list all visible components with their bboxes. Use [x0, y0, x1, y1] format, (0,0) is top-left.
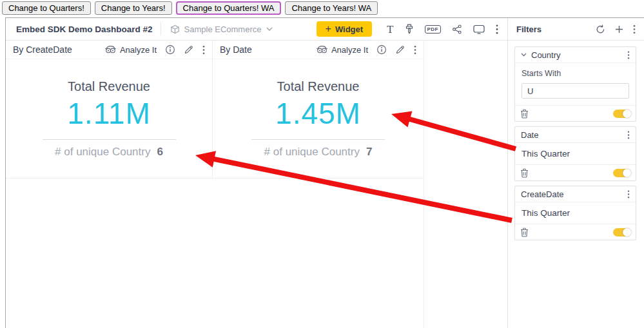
change-to-quarters-wa-button[interactable]: Change to Quarters! WA — [176, 1, 282, 15]
filter-name: Country — [531, 50, 561, 60]
delete-filter-trash-icon[interactable] — [520, 227, 529, 237]
toggle-knob — [623, 228, 631, 236]
filter-card-date: Date This Quarter — [514, 126, 636, 181]
filter-card-createdate: CreateDate This Quarter — [514, 186, 636, 240]
chevron-down-icon — [266, 27, 273, 31]
filter-body: Starts With — [515, 63, 636, 105]
dashboard-title: Embed SDK Demo Dashboard #2 — [16, 24, 153, 34]
add-widget-label: Widget — [335, 24, 363, 34]
delete-filter-trash-icon[interactable] — [520, 168, 529, 178]
change-to-quarters-button[interactable]: Change to Quarters! — [2, 1, 91, 15]
secondary-value: 7 — [366, 146, 372, 158]
owl-icon — [316, 45, 328, 54]
filter-selection[interactable]: This Quarter — [515, 202, 636, 224]
dashboard-header: Embed SDK Demo Dashboard #2 Sample EComm… — [6, 18, 507, 41]
change-to-years-wa-button[interactable]: Change to Years! WA — [285, 1, 378, 15]
widget-title: By Date — [220, 44, 252, 55]
add-widget-button[interactable]: + Widget — [317, 21, 373, 37]
owl-icon — [104, 45, 117, 54]
info-icon[interactable] — [165, 44, 175, 55]
metric-divider — [43, 139, 176, 140]
filter-footer — [515, 164, 636, 180]
metric-title: Total Revenue — [68, 79, 150, 94]
indicator-widget-body: Total Revenue 1.11M # of unique Country6 — [6, 59, 212, 178]
filter-cards: Country Starts With — [508, 41, 644, 240]
toggle-knob — [623, 169, 631, 177]
plus-icon: + — [326, 24, 331, 34]
indicator-widget-body: Total Revenue 1.45M # of unique Country7 — [213, 59, 424, 178]
analyze-it-label: Analyze It — [120, 45, 157, 55]
edit-pencil-icon[interactable] — [184, 44, 194, 55]
reset-filters-icon[interactable] — [596, 24, 605, 34]
filter-card-header: Country — [515, 47, 636, 63]
filter-menu-kebab-icon[interactable] — [627, 190, 630, 198]
widget-toolbar: By CreateDate Analyze It — [6, 41, 212, 59]
filter-name: CreateDate — [521, 189, 563, 199]
filter-card-header: Date — [515, 127, 636, 143]
embedded-dashboard-frame: Embed SDK Demo Dashboard #2 Sample EComm… — [5, 17, 644, 328]
column-separator — [424, 41, 424, 328]
add-text-icon[interactable]: T — [387, 24, 393, 35]
filter-enable-toggle[interactable] — [613, 169, 630, 177]
share-icon[interactable] — [452, 24, 462, 34]
analyze-it-button[interactable]: Analyze It — [104, 45, 157, 55]
analyze-it-label: Analyze It — [331, 45, 368, 55]
datasource-label: Sample ECommerce — [184, 24, 262, 34]
filter-enable-toggle[interactable] — [613, 110, 630, 118]
filter-menu-kebab-icon[interactable] — [627, 131, 630, 139]
filters-panel: Filters Country — [507, 18, 644, 328]
widget-toolbar: By Date Analyze It — [213, 41, 424, 59]
widget-menu-kebab-icon[interactable] — [202, 45, 205, 55]
filter-operator-label: Starts With — [522, 69, 629, 78]
demo-controls: Change to Quarters! Change to Years! Cha… — [2, 1, 378, 15]
metric-secondary: # of unique Country7 — [264, 146, 373, 159]
metric-value: 1.45M — [275, 96, 361, 131]
display-mode-icon[interactable] — [473, 24, 485, 34]
widget-menu-kebab-icon[interactable] — [414, 45, 416, 55]
filters-menu-kebab-icon[interactable] — [633, 24, 636, 34]
widget-title: By CreateDate — [13, 44, 72, 55]
info-icon[interactable] — [376, 44, 387, 55]
filter-footer — [515, 105, 636, 121]
analyze-it-button[interactable]: Analyze It — [316, 45, 368, 55]
add-filter-icon[interactable] — [615, 25, 623, 34]
filter-card-header: CreateDate — [515, 186, 636, 202]
secondary-value: 6 — [157, 146, 162, 158]
widget-by-createdate: By CreateDate Analyze It — [6, 41, 213, 178]
filter-menu-kebab-icon[interactable] — [627, 51, 630, 59]
filters-header: Filters — [508, 18, 644, 41]
widgets-row: By CreateDate Analyze It — [6, 41, 424, 178]
restyle-brush-icon[interactable] — [405, 24, 414, 34]
header-actions: + Widget T PDF — [317, 21, 498, 37]
metric-secondary: # of unique Country6 — [55, 146, 163, 159]
filters-title: Filters — [516, 24, 542, 34]
metric-divider — [251, 139, 385, 140]
widget-by-date: By Date Analyze It — [213, 41, 424, 178]
header-divider — [161, 23, 161, 35]
metric-title: Total Revenue — [277, 79, 360, 94]
metric-value: 1.11M — [67, 96, 150, 131]
secondary-label: # of unique Country — [264, 146, 360, 158]
export-pdf-icon[interactable]: PDF — [425, 25, 442, 34]
secondary-label: # of unique Country — [55, 146, 150, 158]
filter-name: Date — [521, 130, 538, 140]
filter-selection[interactable]: This Quarter — [515, 143, 636, 164]
datasource-selector[interactable]: Sample ECommerce — [170, 24, 273, 34]
toggle-knob — [623, 110, 631, 118]
cube-icon — [170, 24, 180, 34]
edit-pencil-icon[interactable] — [395, 44, 405, 55]
filter-footer — [515, 224, 636, 240]
collapse-chevron-icon[interactable] — [521, 53, 527, 57]
filter-card-country: Country Starts With — [514, 46, 636, 122]
change-to-years-button[interactable]: Change to Years! — [95, 1, 172, 15]
delete-filter-trash-icon[interactable] — [520, 109, 529, 119]
dashboard-menu-kebab-icon[interactable] — [496, 24, 498, 35]
filter-enable-toggle[interactable] — [613, 228, 630, 236]
filter-value-input[interactable] — [522, 83, 629, 99]
dashboard-area: Embed SDK Demo Dashboard #2 Sample EComm… — [6, 18, 507, 328]
